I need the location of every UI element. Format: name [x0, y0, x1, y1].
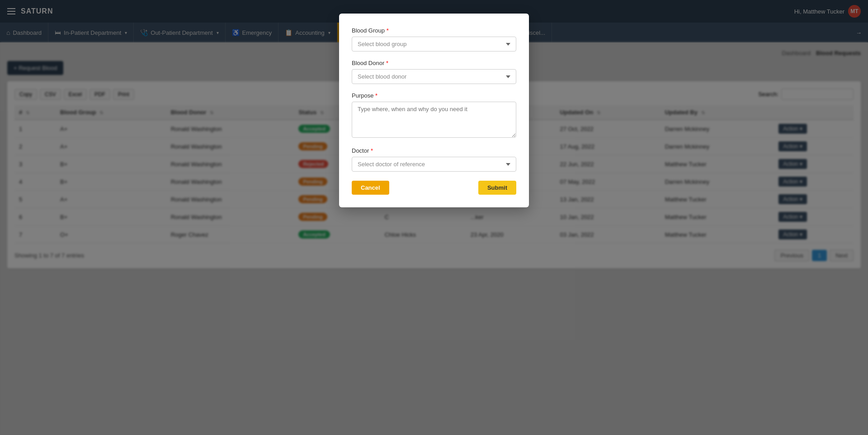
required-marker: * [387, 27, 389, 34]
blood-group-select[interactable]: Select blood group A+ A- B+ B- O+ O- AB+… [352, 37, 516, 51]
blood-donor-label: Blood Donor * [352, 60, 516, 66]
doctor-label: Doctor * [352, 147, 516, 154]
submit-button[interactable]: Submit [478, 181, 516, 195]
required-marker: * [386, 60, 388, 66]
blood-group-label: Blood Group * [352, 27, 516, 34]
blood-donor-select[interactable]: Select blood donor [352, 69, 516, 84]
doctor-select[interactable]: Select doctor of reference [352, 157, 516, 172]
blood-group-field: Blood Group * Select blood group A+ A- B… [352, 27, 516, 51]
request-blood-modal: Blood Group * Select blood group A+ A- B… [339, 14, 529, 207]
purpose-label: Purpose * [352, 92, 516, 99]
required-marker: * [375, 92, 377, 99]
doctor-field: Doctor * Select doctor of reference [352, 147, 516, 172]
modal-overlay: Blood Group * Select blood group A+ A- B… [0, 0, 868, 435]
cancel-button[interactable]: Cancel [352, 181, 389, 195]
blood-donor-field: Blood Donor * Select blood donor [352, 60, 516, 84]
required-marker: * [371, 147, 373, 154]
purpose-textarea[interactable] [352, 102, 516, 138]
purpose-field: Purpose * [352, 92, 516, 139]
modal-footer: Cancel Submit [352, 181, 516, 195]
